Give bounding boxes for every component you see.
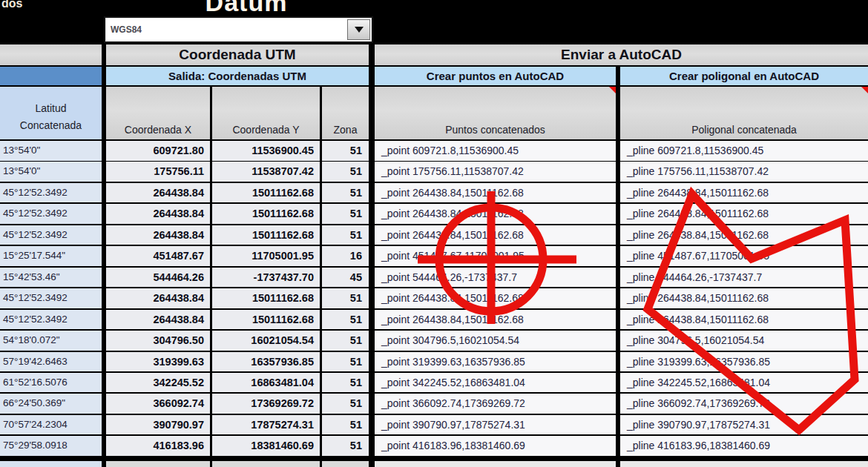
cell-lat[interactable]: 13°54'0" xyxy=(0,141,102,161)
cell-zona[interactable]: 51 xyxy=(322,141,369,161)
cell-pline[interactable]: _pline 544464.26,-1737437.7 xyxy=(620,268,868,288)
cell-lat[interactable]: 57°19'42.6463 xyxy=(0,352,102,372)
cell-y[interactable]: 15011162.68 xyxy=(212,183,320,203)
cell-pline[interactable]: _pline 264438.84,15011162.68 xyxy=(620,225,868,245)
cell-y[interactable]: -1737437.70 xyxy=(212,268,320,288)
cell-zona[interactable]: 51 xyxy=(322,415,369,435)
cell-punto[interactable]: _point 366092.74,17369269.72 xyxy=(375,394,616,414)
cell-punto[interactable]: _point 264438.84,15011162.68 xyxy=(375,225,616,245)
cell-x[interactable]: 416183.96 xyxy=(106,436,210,456)
cell-x[interactable]: 264438.84 xyxy=(106,204,210,224)
cell-punto[interactable]: _point 264438.84,15011162.68 xyxy=(375,204,616,224)
cell-lat[interactable]: 45°12'52.3492 xyxy=(0,310,102,330)
cell-punto[interactable]: _point 342245.52,16863481.04 xyxy=(375,373,616,393)
cell-punto[interactable]: _point 390790.97,17875274.31 xyxy=(375,415,616,435)
cell-pline[interactable]: _pline 264438.84,15011162.68 xyxy=(620,204,868,224)
cell-lat[interactable]: 13°54'0" xyxy=(0,162,102,182)
cell-y[interactable]: 11536900.45 xyxy=(212,141,320,161)
cell-lat[interactable]: 66°24'50.369" xyxy=(0,394,102,414)
cell-y[interactable]: 18381460.69 xyxy=(212,436,320,456)
cell-y[interactable]: 17875274.31 xyxy=(212,415,320,435)
cell-zona[interactable]: 16 xyxy=(322,246,369,266)
column-header-puntos[interactable]: Puntos concatenados xyxy=(375,87,616,139)
column-header-coordenada-x[interactable]: Coordenada X xyxy=(106,87,210,139)
cell-x[interactable]: 264438.84 xyxy=(106,183,210,203)
cell-lat[interactable]: 75°29'58.0918 xyxy=(0,436,102,456)
cell-zona[interactable]: 51 xyxy=(322,373,369,393)
cell-x[interactable]: 264438.84 xyxy=(106,310,210,330)
cell-punto[interactable]: _point 264438.84,15011162.68 xyxy=(375,288,616,308)
cell-lat[interactable]: 45°12'52.3492 xyxy=(0,204,102,224)
cell-pline[interactable]: _pline 416183.96,18381460.69 xyxy=(620,436,868,456)
cell-pline[interactable]: _pline 304796.5,16021054.54 xyxy=(620,331,868,351)
cell-y[interactable]: 15011162.68 xyxy=(212,204,320,224)
cell-x[interactable]: 304796.50 xyxy=(106,331,210,351)
cell-y[interactable]: 16021054.54 xyxy=(212,331,320,351)
cell-lat[interactable]: 70°57'24.2304 xyxy=(0,415,102,435)
header-salida[interactable]: Salida: Coordenadas UTM xyxy=(106,67,369,85)
cell-lat[interactable]: 54°18'0.072" xyxy=(0,331,102,351)
cell-x[interactable]: 175756.11 xyxy=(106,162,210,182)
datum-dropdown[interactable]: WGS84 xyxy=(104,16,373,43)
cell-punto[interactable]: _point 264438.84,15011162.68 xyxy=(375,183,616,203)
cell-punto[interactable]: _point 451487.67,11705001.95 xyxy=(375,246,616,266)
cell-punto[interactable]: _point 609721.8,11536900.45 xyxy=(375,141,616,161)
cell-zona[interactable]: 51 xyxy=(322,204,369,224)
cell-pline[interactable]: _pline 264438.84,15011162.68 xyxy=(620,183,868,203)
cell-pline[interactable]: _pline 451487.67,11705001.95 xyxy=(620,246,868,266)
cell-lat[interactable]: 45°12'52.3492 xyxy=(0,288,102,308)
cell-zona[interactable]: 51 xyxy=(322,394,369,414)
column-header-poligonal[interactable]: Poligonal concatenada xyxy=(620,87,868,139)
cell-x[interactable]: 390790.97 xyxy=(106,415,210,435)
cell-pline[interactable]: _pline 390790.97,17875274.31 xyxy=(620,415,868,435)
cell-punto[interactable]: _point 416183.96,18381460.69 xyxy=(375,436,616,456)
header-coordenada-utm[interactable]: Coordenada UTM xyxy=(106,44,369,65)
cell-x[interactable]: 264438.84 xyxy=(106,225,210,245)
cell-zona[interactable]: 51 xyxy=(322,288,369,308)
cell-punto[interactable]: _point 175756.11,11538707.42 xyxy=(375,162,616,182)
cell-zona[interactable]: 51 xyxy=(322,225,369,245)
cell-zona[interactable]: 51 xyxy=(322,331,369,351)
cell-y[interactable]: 11705001.95 xyxy=(212,246,320,266)
cell-x[interactable]: 451487.67 xyxy=(106,246,210,266)
column-header-coordenada-y[interactable]: Coordenada Y xyxy=(212,87,320,139)
header-crear-poligonal[interactable]: Crear poligonal en AutoCAD xyxy=(620,67,868,85)
dropdown-button[interactable] xyxy=(347,19,370,40)
cell-pline[interactable]: _pline 342245.52,16863481.04 xyxy=(620,373,868,393)
cell-y[interactable]: 15011162.68 xyxy=(212,310,320,330)
cell-zona[interactable]: 51 xyxy=(322,352,369,372)
cell-y[interactable]: 11538707.42 xyxy=(212,162,320,182)
cell-x[interactable]: 366092.74 xyxy=(106,394,210,414)
cell-pline[interactable]: _pline 264438.84,15011162.68 xyxy=(620,310,868,330)
column-header-latitud[interactable]: Latitud Concatenada xyxy=(0,87,102,139)
cell-lat[interactable]: 61°52'16.5076 xyxy=(0,373,102,393)
cell-zona[interactable]: 51 xyxy=(322,183,369,203)
cell-punto[interactable]: _point 304796.5,16021054.54 xyxy=(375,331,616,351)
cell-x[interactable]: 609721.80 xyxy=(106,141,210,161)
cell-x[interactable]: 544464.26 xyxy=(106,268,210,288)
cell-punto[interactable]: _point 319399.63,16357936.85 xyxy=(375,352,616,372)
cell-y[interactable]: 15011162.68 xyxy=(212,288,320,308)
cell-lat[interactable]: 45°12'52.3492 xyxy=(0,225,102,245)
cell-y[interactable]: 17369269.72 xyxy=(212,394,320,414)
column-header-zona[interactable]: Zona xyxy=(322,87,369,139)
cell-lat[interactable]: 15°25'17.544" xyxy=(0,246,102,266)
cell-pline[interactable]: _pline 175756.11,11538707.42 xyxy=(620,162,868,182)
cell-lat[interactable]: 45°12'52.3492 xyxy=(0,183,102,203)
cell-zona[interactable]: 51 xyxy=(322,310,369,330)
cell-y[interactable]: 16357936.85 xyxy=(212,352,320,372)
cell-x[interactable]: 319399.63 xyxy=(106,352,210,372)
cell-punto[interactable]: _point 264438.84,15011162.68 xyxy=(375,310,616,330)
cell-zona[interactable]: 51 xyxy=(322,436,369,456)
cell-pline[interactable]: _pline 319399.63,16357936.85 xyxy=(620,352,868,372)
cell-punto[interactable]: _point 544464.26,-1737437.7 xyxy=(375,268,616,288)
cell-y[interactable]: 15011162.68 xyxy=(212,225,320,245)
header-crear-puntos[interactable]: Crear puntos en AutoCAD xyxy=(375,67,616,85)
cell-y[interactable]: 16863481.04 xyxy=(212,373,320,393)
header-blank-cell[interactable] xyxy=(0,44,102,65)
cell-pline[interactable]: _pline 609721.8,11536900.45 xyxy=(620,141,868,161)
cell-lat[interactable]: 15°42'53.46" xyxy=(0,268,102,288)
cell-x[interactable]: 264438.84 xyxy=(106,288,210,308)
cell-zona[interactable]: 45 xyxy=(322,268,369,288)
header-enviar-autocad[interactable]: Enviar a AutoCAD xyxy=(375,44,868,65)
